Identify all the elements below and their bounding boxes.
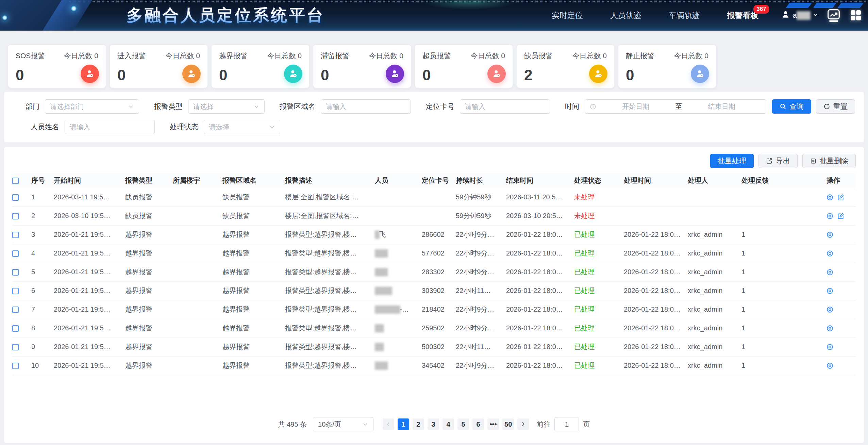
stat-card-icon	[182, 65, 201, 83]
cell-card-no	[418, 188, 452, 207]
cell-end-time: 2026-01-22 18:0…	[503, 281, 571, 300]
cell-operations	[823, 263, 856, 281]
person-icon	[491, 69, 502, 79]
cell-start-time: 2026-01-21 19:5…	[50, 300, 122, 319]
stat-card: 静止报警今日总数 00	[618, 45, 716, 88]
cell-operations	[823, 188, 856, 207]
clock-icon	[590, 103, 596, 110]
stat-card-count: 0	[219, 67, 227, 84]
column-header: 处理人	[684, 174, 738, 188]
refresh-icon	[823, 103, 830, 110]
nav-item[interactable]: 实时定位	[538, 0, 597, 31]
select-all-checkbox[interactable]	[12, 178, 19, 184]
chart-screen-icon[interactable]	[826, 7, 841, 23]
page-button[interactable]: 2	[413, 418, 424, 430]
grid-apps-icon[interactable]	[849, 9, 863, 22]
view-icon	[827, 250, 833, 257]
row-checkbox[interactable]	[12, 363, 19, 369]
card-no-input[interactable]	[460, 99, 550, 114]
stat-card-count: 0	[422, 67, 431, 84]
cell-person: ███	[371, 244, 418, 263]
cell-status: 已处理	[571, 319, 620, 337]
page-button[interactable]: 50	[502, 418, 514, 430]
stat-card-today: 今日总数 0	[165, 51, 200, 61]
cell-description: 报警类型:越界报警,楼…	[282, 300, 371, 319]
alarm-stat-cards: SOS报警今日总数 00进入报警今日总数 00越界报警今日总数 00滞留报警今日…	[8, 45, 864, 88]
row-checkbox[interactable]	[12, 269, 19, 276]
cell-duration: 22小时9分…	[452, 300, 503, 319]
cell-end-time: 2026-03-11 20:5…	[503, 188, 571, 207]
cell-building	[169, 207, 219, 225]
start-date-placeholder[interactable]: 开始日期	[596, 102, 675, 111]
cell-index: 10	[28, 356, 50, 375]
cell-end-time: 2026-01-22 18:0…	[503, 337, 571, 356]
row-checkbox[interactable]	[12, 344, 19, 350]
user-menu[interactable]: a███	[781, 10, 818, 21]
cell-description: 楼层:全图,报警区域名:…	[282, 207, 371, 225]
cell-status: 未处理	[571, 188, 620, 207]
stat-card-count: 0	[321, 67, 329, 84]
cell-end-time: 2026-01-22 18:0…	[503, 244, 571, 263]
column-header: 结束时间	[503, 174, 571, 188]
chevron-down-icon	[813, 11, 818, 19]
cell-duration: 22小时11…	[452, 281, 503, 300]
department-select[interactable]: 请选择部门	[45, 99, 139, 114]
alarm-type-select[interactable]: 请选择	[188, 99, 265, 114]
reset-button[interactable]: 重置	[816, 99, 855, 114]
page-button[interactable]: 5	[457, 418, 469, 430]
handle-status-select[interactable]: 请选择	[204, 120, 280, 134]
goto-page-input[interactable]	[554, 417, 579, 431]
row-checkbox[interactable]	[12, 325, 19, 332]
batch-handle-button[interactable]: 批量处理	[710, 154, 754, 168]
column-header: 持续时长	[452, 174, 503, 188]
more-pages-button[interactable]: •••	[487, 418, 499, 430]
date-range-picker[interactable]: 开始日期 至 结束日期	[585, 99, 766, 114]
row-checkbox[interactable]	[12, 213, 19, 219]
user-avatar-icon	[781, 10, 790, 21]
nav-item[interactable]: 车辆轨迹	[655, 0, 714, 31]
stat-card-today: 今日总数 0	[64, 51, 98, 61]
cell-handler: xrkc_admin	[684, 319, 738, 337]
row-checkbox[interactable]	[12, 194, 19, 201]
cell-handle-time: 2026-01-22 18:0…	[620, 225, 684, 244]
cell-person: ████	[371, 281, 418, 300]
cell-handler: xrkc_admin	[684, 281, 738, 300]
row-checkbox[interactable]	[12, 250, 19, 257]
person-name-input[interactable]	[65, 120, 155, 134]
row-checkbox[interactable]	[12, 307, 19, 313]
page-size-select[interactable]: 10条/页	[313, 417, 373, 431]
row-checkbox[interactable]	[12, 232, 19, 238]
cell-person: ██████-…	[371, 300, 418, 319]
cell-alarm-type: 越界报警	[122, 225, 169, 244]
stat-card: 进入报警今日总数 00	[110, 45, 207, 88]
nav-item[interactable]: 报警看板367	[714, 0, 772, 31]
cell-area: 越界报警	[219, 337, 282, 356]
column-header: 处理反馈	[738, 174, 823, 188]
cell-end-time: 2026-01-22 18:0…	[503, 225, 571, 244]
page-button[interactable]: 1	[398, 418, 409, 430]
page-button[interactable]: 6	[472, 418, 484, 430]
search-icon	[780, 103, 786, 110]
decor-teal-glow	[418, 0, 520, 10]
date-separator: 至	[675, 102, 682, 111]
page-button[interactable]: 3	[428, 418, 439, 430]
view-icon	[827, 344, 833, 350]
end-date-placeholder[interactable]: 结束日期	[682, 102, 762, 111]
batch-delete-button[interactable]: 批量删除	[802, 154, 856, 168]
cell-handle-time	[620, 207, 684, 225]
cell-start-time: 2026-01-21 19:5…	[50, 281, 122, 300]
table-row: 72026-01-21 19:5…越界报警越界报警报警类型:越界报警,楼…███…	[12, 300, 856, 319]
cell-card-no: 259502	[418, 319, 452, 337]
stat-card-today: 今日总数 0	[267, 51, 302, 61]
decor-glow-dot	[71, 5, 77, 12]
alarm-area-input[interactable]	[321, 99, 411, 114]
cell-card-no	[418, 207, 452, 225]
next-page-button[interactable]	[517, 418, 529, 430]
export-button[interactable]: 导出	[758, 154, 798, 168]
prev-page-button[interactable]	[383, 418, 394, 430]
nav-item[interactable]: 人员轨迹	[597, 0, 655, 31]
row-checkbox[interactable]	[12, 288, 19, 294]
search-button[interactable]: 查询	[772, 99, 811, 114]
page-button[interactable]: 4	[443, 418, 454, 430]
view-icon	[827, 306, 833, 313]
